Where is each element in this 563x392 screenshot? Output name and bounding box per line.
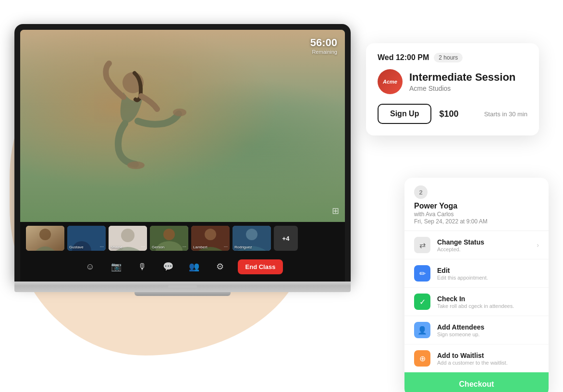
menu-datetime: Fri, Sep 24, 2022 at 9:00 AM <box>414 218 539 225</box>
class-info-text: Intermediate Session Acme Studios <box>409 71 515 92</box>
chevron-right-icon: › <box>537 241 539 249</box>
menu-class-title: Power Yoga <box>414 202 539 210</box>
chat-button[interactable]: 💬 <box>160 258 176 275</box>
menu-header: 2 Power Yoga with Ava Carlos Fri, Sep 24… <box>404 178 549 231</box>
menu-item-edit[interactable]: ✏ Edit Edit this appointment. <box>404 259 549 288</box>
participant-thumb-lambert: Lambert ··· <box>191 226 230 251</box>
svg-point-4 <box>39 229 51 240</box>
participant-thumb-gustave: Gustave ··· <box>67 226 106 251</box>
svg-point-15 <box>246 229 257 240</box>
participants-button[interactable]: 👥 <box>186 258 202 275</box>
add-attendees-title: Add Attendees <box>437 323 539 331</box>
svg-point-8 <box>121 229 135 242</box>
grid-icon[interactable]: ⊞ <box>332 206 339 216</box>
participant-thumb-rodriguez: Rodriguez <box>233 226 271 251</box>
participant-thumb-gerson: Gerson ··· <box>150 226 188 251</box>
svg-point-1 <box>127 161 145 169</box>
duration-badge: 2 hours <box>434 53 463 62</box>
edit-icon: ✏ <box>414 265 430 282</box>
starts-in-text: Starts in 30 min <box>484 110 527 118</box>
check-in-title: Check In <box>437 295 539 303</box>
participant-name-gerson: Gerson <box>152 245 164 249</box>
price-text: $100 <box>439 109 458 119</box>
check-in-icon: ✓ <box>414 294 430 310</box>
control-bar: ☺ 📷 🎙 💬 👥 ⚙ End Class <box>20 255 345 282</box>
change-status-content: Change Status Accepted. <box>437 238 530 252</box>
menu-item-add-waitlist[interactable]: ⊕ Add to Waitlist Add a customer to the … <box>404 344 549 372</box>
add-waitlist-content: Add to Waitlist Add a customer to the wa… <box>437 352 539 366</box>
laptop-screen-outer: 56:00 Remaining ⊞ <box>14 24 351 282</box>
participant-dots-shaine: ··· <box>141 244 145 249</box>
add-waitlist-icon: ⊕ <box>414 350 430 367</box>
participant-name-gustave: Gustave <box>69 245 84 249</box>
class-time: Wed 12:00 PM <box>378 53 429 62</box>
participant-thumb-shaine: Shaine ··· <box>109 226 147 251</box>
class-info-card: Wed 12:00 PM 2 hours Acme Intermediate S… <box>366 43 539 135</box>
mic-button[interactable]: 🎙 <box>134 258 150 275</box>
card-header-row: Wed 12:00 PM 2 hours <box>378 53 527 62</box>
laptop-notch <box>168 285 197 288</box>
check-in-sub: Take roll abd cgeck in attendees. <box>437 303 539 309</box>
svg-point-11 <box>163 229 175 240</box>
class-name: Intermediate Session <box>409 71 515 84</box>
participant-name-shaine: Shaine <box>110 245 122 249</box>
menu-instructor: with Ava Carlos <box>414 211 539 218</box>
change-status-sub: Accepted. <box>437 246 530 252</box>
participant-thumb-1 <box>26 226 64 251</box>
svg-point-2 <box>173 109 186 116</box>
add-attendees-content: Add Attendees Sign someone up. <box>437 323 539 337</box>
change-status-title: Change Status <box>437 238 530 246</box>
participant-dots-gerson: ··· <box>183 244 186 249</box>
participant-dots-gustave: ··· <box>100 244 104 249</box>
laptop-container: 56:00 Remaining ⊞ <box>14 24 351 292</box>
signup-button[interactable]: Sign Up <box>378 104 431 124</box>
more-participants-badge: +4 <box>274 226 298 251</box>
add-attendees-icon: 👤 <box>414 322 430 338</box>
settings-button[interactable]: ⚙ <box>212 258 228 275</box>
edit-sub: Edit this appointment. <box>437 275 539 281</box>
menu-item-change-status[interactable]: ⇄ Change Status Accepted. › <box>404 231 549 259</box>
checkout-button[interactable]: Checkout <box>404 372 549 392</box>
add-waitlist-title: Add to Waitlist <box>437 352 539 359</box>
yoga-figure <box>49 39 217 222</box>
participant-name-rodriguez: Rodriguez <box>234 245 252 249</box>
change-status-icon: ⇄ <box>414 237 430 253</box>
studio-logo: Acme <box>378 69 403 94</box>
studio-name: Acme Studios <box>409 85 515 92</box>
menu-number: 2 <box>414 185 428 199</box>
menu-card: 2 Power Yoga with Ava Carlos Fri, Sep 24… <box>404 178 549 392</box>
class-detail-row: Acme Intermediate Session Acme Studios <box>378 69 527 94</box>
menu-item-check-in[interactable]: ✓ Check In Take roll abd cgeck in attend… <box>404 288 549 316</box>
participant-dots-lambert: ··· <box>224 244 228 249</box>
laptop-base <box>14 282 351 292</box>
end-class-button[interactable]: End Class <box>238 259 283 274</box>
edit-content: Edit Edit this appointment. <box>437 267 539 281</box>
edit-title: Edit <box>437 267 539 274</box>
participants-bar: Gustave ··· Shaine ··· <box>20 222 345 255</box>
svg-point-13 <box>205 229 216 240</box>
video-button[interactable]: 📷 <box>108 258 124 275</box>
timer-time: 56:00 <box>310 37 337 49</box>
check-in-content: Check In Take roll abd cgeck in attendee… <box>437 295 539 309</box>
menu-item-add-attendees[interactable]: 👤 Add Attendees Sign someone up. <box>404 316 549 344</box>
add-waitlist-sub: Add a customer to the waitlist. <box>437 360 539 366</box>
participant-name-lambert: Lambert <box>193 245 207 249</box>
timer-overlay: 56:00 Remaining <box>310 37 337 55</box>
timer-label: Remaining <box>310 49 337 55</box>
video-area: 56:00 Remaining ⊞ <box>20 30 345 222</box>
laptop-screen-inner: 56:00 Remaining ⊞ <box>20 30 345 282</box>
add-attendees-sub: Sign someone up. <box>437 331 539 337</box>
action-row: Sign Up $100 Starts in 30 min <box>378 104 527 124</box>
emotion-button[interactable]: ☺ <box>82 258 98 275</box>
